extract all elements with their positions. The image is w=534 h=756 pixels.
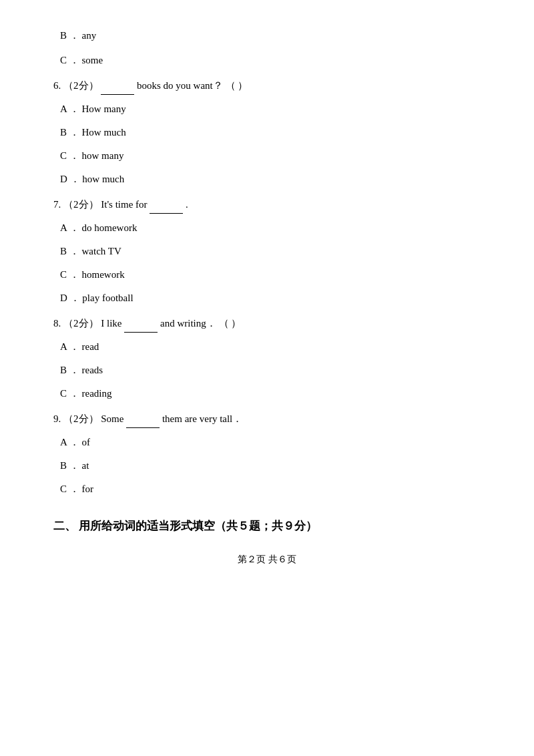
question-number: 8. xyxy=(53,318,61,329)
option-text: any xyxy=(82,30,97,41)
question-text-before: Some xyxy=(101,413,123,424)
option-text: for xyxy=(82,484,94,494)
option-label: B xyxy=(60,460,67,471)
section-number: 二、 xyxy=(53,520,76,532)
option-dot: ． xyxy=(69,222,79,233)
option-text: at xyxy=(82,460,89,471)
question-points: （2分） xyxy=(63,199,99,210)
option-dot: ． xyxy=(69,30,79,41)
option-label: A xyxy=(60,341,67,352)
section-label: 用所给动词的适当形式填空（共５题；共９分） xyxy=(79,520,317,532)
answer-blank xyxy=(126,409,160,428)
option-a: A ． How many xyxy=(53,100,481,118)
question-points: （2分） xyxy=(63,80,99,91)
question-stem: 7. （2分） It's time for . xyxy=(53,195,481,214)
question-number: 9. xyxy=(53,413,61,424)
option-a: A ． do homework xyxy=(53,219,481,237)
option-label: D xyxy=(60,174,67,184)
option-a: A ． read xyxy=(53,338,481,356)
option-dot: ． xyxy=(69,127,79,138)
question-points: （2分） xyxy=(63,318,99,329)
question-number: 7. xyxy=(53,199,61,210)
section-2-title: 二、 用所给动词的适当形式填空（共５题；共９分） xyxy=(53,518,481,534)
option-c: C ． homework xyxy=(53,266,481,284)
option-dot: ． xyxy=(69,341,79,352)
question-stem: 6. （2分） books do you want？ （ ） xyxy=(53,76,481,95)
option-b: B ． How much xyxy=(53,124,481,142)
answer-bracket: （ ） xyxy=(226,77,248,95)
option-label: B xyxy=(60,30,67,41)
option-b: B ． at xyxy=(53,457,481,475)
question-stem: 9. （2分） Some them are very tall． xyxy=(53,409,481,428)
option-c: C ． for xyxy=(53,480,481,498)
option-label: B xyxy=(60,127,67,138)
option-text: homework xyxy=(82,269,125,280)
answer-blank xyxy=(150,195,183,214)
question-text-after: . xyxy=(186,199,188,210)
option-a: A ． of xyxy=(53,433,481,451)
question-text-before: I like xyxy=(101,318,121,329)
option-dot: ． xyxy=(69,437,79,447)
question-points: （2分） xyxy=(63,413,99,424)
option-label: A xyxy=(60,222,67,233)
option-label: D xyxy=(60,293,67,303)
option-text: some xyxy=(82,55,103,65)
option-dot: ． xyxy=(70,293,80,303)
option-b: B ． reads xyxy=(53,361,481,379)
option-dot: ． xyxy=(69,269,79,280)
option-line: C ． some xyxy=(53,51,481,69)
option-dot: ． xyxy=(69,460,79,471)
question-9: 9. （2分） Some them are very tall． A ． of … xyxy=(53,409,481,498)
option-text: do homework xyxy=(82,222,138,233)
option-text: play football xyxy=(82,293,133,303)
option-d: D ． how much xyxy=(53,170,481,188)
page-footer: 第２页 共６页 xyxy=(53,554,481,566)
option-text: How many xyxy=(82,104,126,114)
option-c: C ． reading xyxy=(53,385,481,403)
option-text: how much xyxy=(82,174,124,184)
question-8: 8. （2分） I like and writing． （ ） A ． read… xyxy=(53,314,481,403)
option-label: B xyxy=(60,365,67,375)
question-text-after: books do you want？ xyxy=(137,80,223,91)
option-text: read xyxy=(82,341,99,352)
option-dot: ． xyxy=(69,246,79,256)
option-dot: ． xyxy=(69,150,79,161)
option-line: B ． any xyxy=(53,27,481,45)
option-text: reading xyxy=(82,388,112,399)
option-c-some: C ． some xyxy=(53,51,481,69)
question-7: 7. （2分） It's time for . A ． do homework … xyxy=(53,195,481,307)
answer-blank xyxy=(101,76,134,95)
option-dot: ． xyxy=(69,55,79,65)
option-label: A xyxy=(60,104,67,114)
question-6: 6. （2分） books do you want？ （ ） A ． How m… xyxy=(53,76,481,188)
option-label: C xyxy=(60,55,67,65)
option-b-any: B ． any xyxy=(53,27,481,45)
option-label: C xyxy=(60,484,67,494)
answer-blank xyxy=(124,314,158,333)
option-dot: ． xyxy=(69,484,79,494)
option-c: C ． how many xyxy=(53,147,481,165)
option-label: C xyxy=(60,150,67,161)
option-d: D ． play football xyxy=(53,289,481,307)
option-label: C xyxy=(60,388,67,399)
question-text-after: and writing． xyxy=(160,318,216,329)
question-text-before: It's time for xyxy=(101,199,147,210)
option-b: B ． watch TV xyxy=(53,242,481,260)
question-stem: 8. （2分） I like and writing． （ ） xyxy=(53,314,481,333)
option-label: A xyxy=(60,437,67,447)
question-text-after: them are very tall． xyxy=(162,413,242,424)
answer-bracket: （ ） xyxy=(219,315,242,333)
option-dot: ． xyxy=(69,365,79,375)
option-text: How much xyxy=(82,127,126,138)
option-dot: ． xyxy=(69,388,79,399)
option-text: watch TV xyxy=(82,246,121,256)
option-label: C xyxy=(60,269,67,280)
option-text: how many xyxy=(82,150,124,161)
page-number-text: 第２页 共６页 xyxy=(238,554,296,564)
option-dot: ． xyxy=(70,174,80,184)
option-dot: ． xyxy=(69,104,79,114)
option-text: reads xyxy=(82,365,103,375)
question-number: 6. xyxy=(53,80,61,91)
option-label: B xyxy=(60,246,67,256)
option-text: of xyxy=(82,437,91,447)
